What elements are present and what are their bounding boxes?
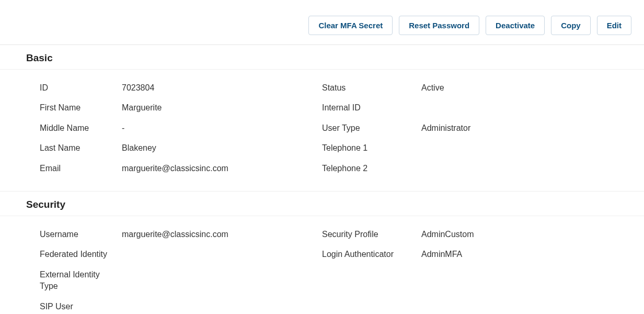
field-label: External Identity Type [26, 269, 122, 293]
basic-section-header: Basic [0, 45, 644, 70]
field-label: User Type [322, 122, 421, 134]
clear-mfa-secret-button[interactable]: Clear MFA Secret [308, 16, 393, 35]
basic-section: ID 7023804 First Name Marguerite Middle … [0, 70, 644, 191]
field-label: Federated Identity [26, 249, 122, 260]
field-value: Marguerite [122, 102, 322, 114]
field-internal-id: Internal ID [322, 98, 618, 118]
field-telephone-1: Telephone 1 [322, 138, 618, 158]
field-label: First Name [26, 102, 122, 114]
field-label: Login Authenticator [322, 249, 421, 260]
field-email: Email marguerite@classicsinc.com [26, 159, 322, 178]
field-label: Last Name [26, 142, 122, 154]
toolbar: Clear MFA Secret Reset Password Deactiva… [0, 0, 644, 45]
field-value: marguerite@classicsinc.com [122, 163, 322, 174]
deactivate-button[interactable]: Deactivate [486, 16, 545, 35]
field-id: ID 7023804 [26, 78, 322, 98]
field-user-type: User Type Administrator [322, 118, 618, 138]
field-login-authenticator: Login Authenticator AdminMFA [322, 244, 618, 264]
reset-password-button[interactable]: Reset Password [399, 16, 479, 35]
field-username: Username marguerite@classicsinc.com [26, 225, 322, 244]
field-label: Username [26, 229, 122, 240]
field-last-name: Last Name Blakeney [26, 138, 322, 158]
field-value: AdminMFA [421, 249, 618, 260]
field-federated-identity: Federated Identity [26, 244, 322, 264]
security-section-header: Security [0, 192, 644, 216]
field-external-identity-type: External Identity Type [26, 265, 322, 297]
field-label: Telephone 2 [322, 163, 421, 174]
field-label: SIP User [26, 301, 122, 312]
field-label: Middle Name [26, 122, 122, 134]
field-value: Active [421, 82, 618, 94]
field-value: Blakeney [122, 142, 322, 154]
security-section: Username marguerite@classicsinc.com Fede… [0, 216, 644, 314]
field-first-name: First Name Marguerite [26, 98, 322, 118]
field-label: Security Profile [322, 229, 421, 240]
field-telephone-2: Telephone 2 [322, 159, 618, 178]
edit-button[interactable]: Edit [597, 16, 631, 35]
field-label: Status [322, 82, 421, 94]
field-security-profile: Security Profile AdminCustom [322, 225, 618, 244]
field-label: Internal ID [322, 102, 421, 114]
field-value: AdminCustom [421, 229, 618, 240]
field-value: Administrator [421, 122, 618, 134]
field-value: 7023804 [122, 82, 322, 94]
field-status: Status Active [322, 78, 618, 98]
field-label: Email [26, 163, 122, 174]
field-sip-user: SIP User [26, 297, 322, 314]
field-middle-name: Middle Name - [26, 118, 322, 138]
field-label: ID [26, 82, 122, 94]
copy-button[interactable]: Copy [551, 16, 591, 35]
field-label: Telephone 1 [322, 142, 421, 154]
field-value: marguerite@classicsinc.com [122, 229, 322, 240]
field-value: - [122, 122, 322, 134]
